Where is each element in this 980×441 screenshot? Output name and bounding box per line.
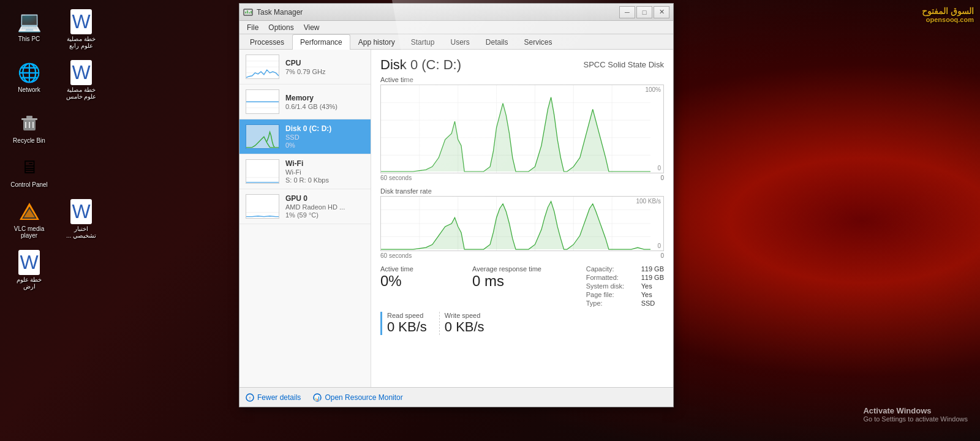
performance-left-panel: CPU 7% 0.79 GHz Memory: [239, 50, 371, 387]
gpu0-name: GPU 0: [285, 194, 364, 203]
type-val: SSD: [641, 300, 655, 307]
menu-bar: File Options View: [239, 21, 673, 34]
transfer-rate-min-label: 0: [660, 252, 664, 259]
write-speed-value: 0 KB/s: [445, 319, 484, 335]
tab-app-history[interactable]: App history: [350, 34, 403, 50]
opensooq-watermark: السوق المفتوح opensooq.com: [922, 6, 974, 23]
perf-item-gpu0[interactable]: GPU 0 AMD Radeon HD ... 1% (59 °C): [239, 189, 371, 224]
svg-text:↑: ↑: [249, 395, 252, 401]
desktop-icon-label-this-pc: This PC: [18, 36, 40, 42]
perf-item-cpu[interactable]: CPU 7% 0.79 GHz: [239, 50, 371, 85]
tab-details[interactable]: Details: [478, 34, 516, 50]
wifi-sub1: Wi-Fi: [285, 168, 364, 176]
cpu-mini-chart: [246, 55, 279, 79]
desktop-icon-label-control-panel: Control Panel: [10, 181, 48, 188]
desktop-icon-recycle-bin[interactable]: Recycle Bin: [6, 108, 52, 147]
task-manager-title: Task Manager: [257, 8, 619, 17]
tab-bar: Processes Performance App history Startu…: [239, 34, 673, 50]
desktop-icon-vlc[interactable]: VLC media player: [6, 196, 52, 242]
tab-performance[interactable]: Performance: [292, 34, 350, 50]
perf-item-memory[interactable]: Memory 0.6/1.4 GB (43%): [239, 85, 371, 119]
maximize-button[interactable]: □: [636, 6, 652, 18]
minimize-button[interactable]: ─: [619, 6, 635, 18]
formatted-key: Formatted:: [586, 274, 635, 281]
system-disk-key: System disk:: [586, 282, 635, 290]
desktop-icon-label-arabic-doc1: خطة مصليةعلوم رابع: [67, 36, 96, 49]
desktop-icon-arabic-doc3[interactable]: W اختبارتشخيصي ...: [58, 196, 104, 242]
system-disk-val: Yes: [641, 282, 652, 290]
tab-users[interactable]: Users: [442, 34, 477, 50]
svg-rect-1: [21, 118, 37, 120]
task-manager-bottom-bar: ↑ Fewer details 📊 Open Resource Monitor: [239, 387, 673, 407]
desktop-icon-label-vlc: VLC media player: [9, 225, 49, 239]
desktop-icon-arabic-doc4[interactable]: W خطة علومارض: [6, 247, 52, 293]
write-speed-label: Write speed: [445, 312, 484, 319]
desktop-icon-this-pc[interactable]: 💻 This PC: [6, 6, 52, 52]
task-manager-titlebar: Task Manager ─ □ ✕: [239, 4, 673, 21]
transfer-rate-chart: 100 KB/s 0: [380, 196, 664, 251]
capacity-key: Capacity:: [586, 265, 635, 273]
disk0-info: Disk 0 (C: D:) SSD 0%: [285, 124, 364, 149]
wifi-name: Wi-Fi: [285, 159, 364, 168]
active-time-stat-label: Active time: [380, 265, 454, 273]
page-file-key: Page file:: [586, 291, 635, 298]
avg-response-stat: Average response time 0 ms: [472, 265, 546, 290]
read-speed-item: Read speed 0 KB/s: [380, 312, 427, 335]
open-resource-monitor-button[interactable]: 📊 Open Resource Monitor: [313, 393, 402, 402]
speed-stats: Read speed 0 KB/s Write speed 0 KB/s: [380, 312, 664, 335]
desktop-icon-arabic-doc1[interactable]: W خطة مصليةعلوم رابع: [58, 6, 104, 52]
disk0-sub1: SSD: [285, 134, 364, 141]
perf-item-wifi[interactable]: Wi-Fi Wi-Fi S: 0 R: 0 Kbps: [239, 154, 371, 189]
page-file-val: Yes: [641, 291, 652, 298]
desktop-icon-control-panel[interactable]: 🖥 Control Panel: [6, 152, 52, 191]
gpu0-sub2: 1% (59 °C): [285, 211, 364, 219]
close-button[interactable]: ✕: [654, 6, 669, 18]
active-time-label: Active time: [380, 76, 664, 83]
fewer-details-button[interactable]: ↑ Fewer details: [246, 393, 301, 402]
transfer-rate-min: 0: [657, 243, 661, 249]
gpu0-sub1: AMD Radeon HD ...: [285, 203, 364, 211]
menu-options[interactable]: Options: [263, 22, 298, 32]
cpu-name: CPU: [285, 59, 364, 67]
active-time-chart-footer: 60 seconds 0: [380, 175, 664, 181]
disk-model: SPCC Solid State Disk: [584, 60, 665, 69]
desktop-icon-label-arabic-doc2: خطة مصليةعلوم خامس: [66, 86, 97, 100]
task-manager-window: Task Manager ─ □ ✕ File Options View Pro…: [239, 3, 674, 407]
resource-monitor-label: Open Resource Monitor: [325, 393, 402, 402]
desktop: 💻 This PC W خطة مصليةعلوم رابع 🌐 Network…: [0, 0, 980, 441]
active-time-x-label: 60 seconds: [380, 175, 412, 181]
disk-title: Disk 0 (C: D:): [380, 57, 461, 73]
activate-windows-notice: Activate Windows Go to Settings to activ…: [863, 406, 968, 423]
resource-monitor-icon: 📊: [313, 393, 322, 402]
perf-item-disk0[interactable]: Disk 0 (C: D:) SSD 0%: [239, 119, 371, 154]
menu-file[interactable]: File: [242, 22, 263, 32]
disk-stats-grid: Active time 0% Average response time 0 m…: [380, 265, 664, 308]
wifi-info: Wi-Fi Wi-Fi S: 0 R: 0 Kbps: [285, 159, 364, 184]
disk0-sub2: 0%: [285, 141, 364, 149]
tab-services[interactable]: Services: [516, 34, 560, 50]
tab-processes[interactable]: Processes: [242, 34, 292, 50]
tab-startup[interactable]: Startup: [403, 34, 443, 50]
desktop-icon-network[interactable]: 🌐 Network: [6, 57, 52, 103]
task-manager-content: CPU 7% 0.79 GHz Memory: [239, 50, 673, 387]
gpu0-info: GPU 0 AMD Radeon HD ... 1% (59 °C): [285, 194, 364, 219]
transfer-rate-section: Disk transfer rate 100 KB/s 0: [380, 187, 664, 259]
active-time-section: Active time 100% 0: [380, 76, 664, 181]
type-key: Type:: [586, 300, 635, 307]
svg-text:📊: 📊: [314, 395, 320, 401]
menu-view[interactable]: View: [299, 22, 325, 32]
desktop-icon-label-arabic-doc4: خطة علومارض: [17, 276, 42, 290]
activate-windows-subtitle: Go to Settings to activate Windows: [863, 415, 968, 423]
fewer-details-icon: ↑: [246, 393, 254, 402]
desktop-icon-label-arabic-doc3: اختبارتشخيصي ...: [66, 225, 96, 239]
svg-rect-2: [26, 116, 32, 118]
title-bar-controls: ─ □ ✕: [619, 6, 669, 18]
activate-windows-title: Activate Windows: [863, 406, 968, 415]
gpu0-mini-chart: [246, 194, 279, 219]
transfer-rate-x-label: 60 seconds: [380, 252, 412, 259]
desktop-icon-arabic-doc2[interactable]: W خطة مصليةعلوم خامس: [58, 57, 104, 103]
read-speed-label: Read speed: [387, 312, 427, 319]
transfer-rate-max: 100 KB/s: [636, 198, 661, 205]
cpu-sub: 7% 0.79 GHz: [285, 68, 364, 75]
read-speed-value: 0 KB/s: [387, 319, 427, 335]
